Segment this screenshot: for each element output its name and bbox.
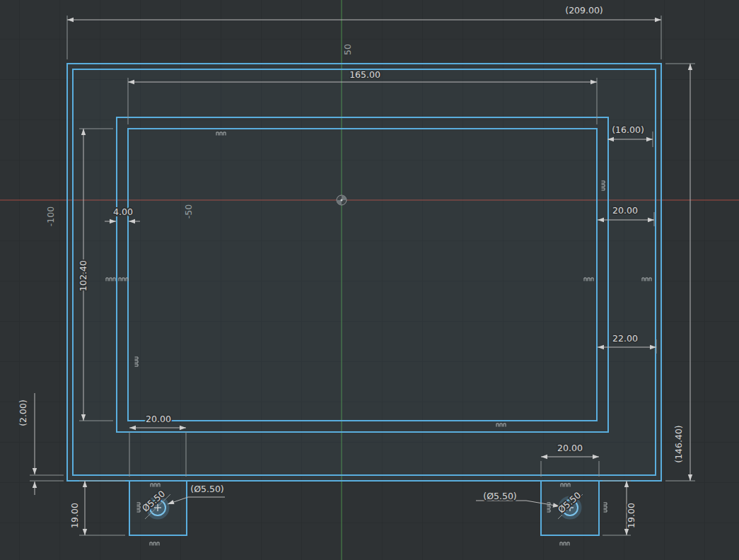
- dimension-text[interactable]: 102.40: [78, 260, 88, 291]
- axis-label-y50: 50: [342, 44, 353, 55]
- dimension-text[interactable]: 20.00: [146, 414, 171, 424]
- dimension-text[interactable]: (16.00): [612, 124, 644, 135]
- dimension-text[interactable]: (209.00): [565, 5, 603, 16]
- dimension-text[interactable]: 20.00: [612, 205, 638, 216]
- cad-sketch-viewport[interactable]: 50 -50 -100 (209.00) 165.00 (16.00): [0, 0, 739, 560]
- dimension-text[interactable]: 19.00: [69, 503, 80, 528]
- dimension-text[interactable]: (2.00): [18, 399, 28, 426]
- dimension-text[interactable]: 20.00: [557, 443, 583, 453]
- dimension-text[interactable]: 165.00: [349, 69, 380, 80]
- dimension-text[interactable]: 22.00: [612, 333, 638, 344]
- sketch-geometry[interactable]: [67, 64, 661, 535]
- axis-label-xneg100: -100: [45, 206, 56, 226]
- dimension-text[interactable]: 19.00: [626, 503, 636, 528]
- dimension-text[interactable]: (Ø5.50): [483, 491, 516, 501]
- dimension-text[interactable]: (146.40): [673, 425, 684, 463]
- dimension-text[interactable]: (Ø5.50): [190, 484, 223, 494]
- dimension-text[interactable]: 4.00: [113, 206, 133, 217]
